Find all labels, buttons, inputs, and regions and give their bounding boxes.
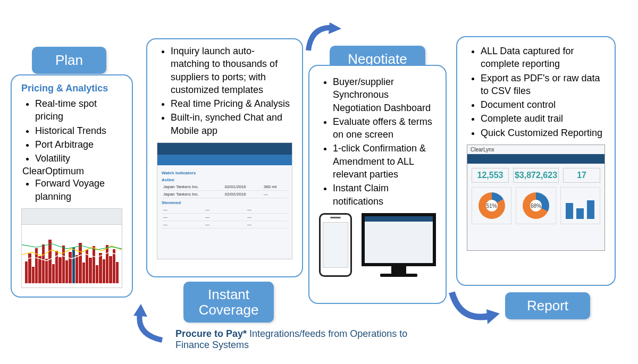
cell: — (204, 206, 246, 214)
bars (566, 192, 594, 219)
kpi-value: 17 (565, 171, 599, 180)
report-lower: 51% 68% (467, 187, 605, 228)
phone-screen (323, 222, 348, 268)
chart-lines (22, 225, 122, 275)
list-item: Complete audit trail (481, 112, 605, 125)
list-item: Real-time spot pricing (35, 97, 122, 123)
cell: — (246, 214, 288, 221)
section-watch: Watch Indicators (162, 171, 288, 175)
cell: 360 mt (262, 183, 288, 191)
plan-clearoptimum: ClearOptimum (22, 166, 122, 177)
monitor-mock (362, 213, 436, 277)
list-item: Quick Customized Reporting (481, 126, 605, 139)
report-card: ALL Data captured for complete reporting… (456, 36, 616, 286)
footer-bold: Procure to Pay* (175, 328, 247, 339)
section-stemmed: Stemmed (162, 200, 288, 205)
kpi: 12,553 (472, 168, 509, 183)
monitor-screen (365, 216, 433, 263)
table-row: Japan Tankers Inc. 02/01/2016 360 mt (162, 183, 288, 191)
cell: — (162, 221, 204, 228)
instant-card: Inquiry launch auto-matching to thousand… (146, 38, 303, 277)
plan-screenshot (21, 208, 122, 288)
list-item: 1-click Confirmation & Amendment to ALL … (333, 142, 436, 181)
cell: — (246, 206, 288, 214)
cell: — (204, 221, 246, 228)
negotiate-card: Buyer/supplier Synchronous Negotiation D… (308, 65, 447, 304)
list-item: Forward Voyage planning (35, 177, 122, 203)
cell: 02/02/2016 (223, 191, 262, 198)
active-table: Japan Tankers Inc. 02/01/2016 360 mt Jap… (162, 183, 288, 198)
negotiate-list: Buyer/supplier Synchronous Negotiation D… (319, 75, 436, 208)
table-row: ——— (162, 214, 288, 221)
stemmed-table: ——— ——— ——— (162, 206, 288, 228)
chart-toolbar (22, 209, 122, 225)
donut-pct: 68% (523, 192, 549, 219)
plan-list: Real-time spot pricing Historical Trends… (21, 97, 122, 165)
list-item: Buyer/supplier Synchronous Negotiation D… (333, 75, 436, 114)
list-item: Built-in, synched Chat and Mobile app (171, 111, 292, 137)
list-item: Document control (481, 98, 605, 111)
donut-pct: 51% (478, 192, 505, 219)
plan-card: Pricing & Analytics Real-time spot prici… (11, 74, 133, 298)
stage-report-label: Report (505, 292, 590, 319)
cell: Japan Tankers Inc. (162, 183, 223, 191)
kpi: $3,872,623 (513, 168, 559, 183)
list-item: Real time Pricing & Analysis (171, 97, 292, 110)
cell: — (204, 214, 246, 221)
stage-instant-label: Instant Coverage (183, 282, 274, 323)
list-item: Instant Claim notifications (333, 182, 436, 208)
app-subnav (157, 155, 292, 165)
report-list: ALL Data captured for complete reporting… (467, 45, 605, 139)
list-item: Export as PDF's or raw data to CSV files (481, 72, 605, 98)
report-screenshot: ClearLynx 12,553 $3,872,623 17 51% 68% (467, 145, 605, 251)
list-item: Volatility (35, 152, 122, 165)
cell: — (246, 221, 288, 228)
chart-plot (22, 225, 122, 287)
arrow-negotiate-to-report (444, 287, 502, 329)
bar-chart (560, 187, 600, 224)
list-item: Port Arbitrage (35, 138, 122, 151)
donut-chart: 68% (516, 187, 556, 224)
arrow-footer-to-instant (130, 303, 173, 345)
footer-text: Procure to Pay* Integrations/feeds from … (175, 328, 431, 351)
cell: — (162, 206, 204, 214)
donut-chart: 51% (472, 187, 511, 224)
plan-list2: Forward Voyage planning (21, 177, 122, 203)
list-item: Historical Trends (35, 124, 122, 137)
report-brand: ClearLynx (467, 145, 605, 154)
svg-marker-2 (133, 304, 147, 317)
kpi: 17 (563, 168, 600, 183)
phone-mock (319, 213, 352, 277)
list-item: Inquiry launch auto-matching to thousand… (171, 45, 292, 96)
kpi-value: 12,553 (473, 171, 507, 180)
kpi-row: 12,553 $3,872,623 17 (467, 164, 605, 187)
instant-screenshot: Watch Indicators Active Japan Tankers In… (157, 142, 292, 259)
list-item: Evaluate offers & terms on one screen (333, 115, 436, 141)
table-row: ——— (162, 221, 288, 228)
report-navbar (467, 154, 605, 164)
list-item: ALL Data captured for complete reporting (481, 45, 605, 71)
stage-plan-label: Plan (32, 47, 106, 74)
cell: — (262, 191, 288, 198)
instant-list: Inquiry launch auto-matching to thousand… (157, 45, 292, 137)
cell: Japan Tankers Inc. (162, 191, 223, 198)
cell: — (162, 214, 204, 221)
negotiate-devices (319, 213, 436, 277)
section-active: Active (162, 177, 288, 182)
kpi-value: $3,872,623 (515, 171, 557, 180)
cell: 02/01/2016 (223, 183, 262, 191)
svg-marker-1 (486, 309, 500, 324)
svg-marker-0 (329, 22, 341, 34)
table-row: ——— (162, 206, 288, 214)
table-row: Japan Tankers Inc. 02/02/2016 — (162, 191, 288, 198)
plan-heading: Pricing & Analytics (21, 83, 122, 94)
app-navbar (157, 143, 292, 155)
app-body: Watch Indicators Active Japan Tankers In… (157, 165, 292, 232)
